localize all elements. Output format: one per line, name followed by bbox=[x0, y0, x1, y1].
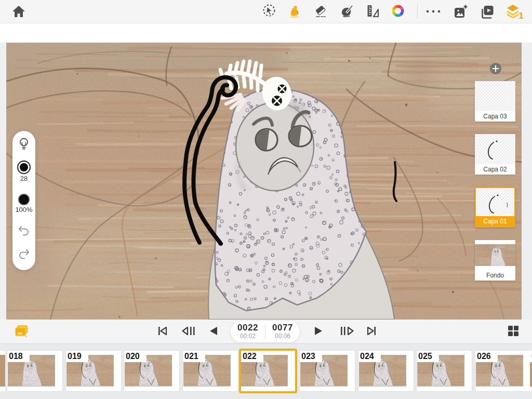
svg-text:1: 1 bbox=[519, 11, 524, 20]
